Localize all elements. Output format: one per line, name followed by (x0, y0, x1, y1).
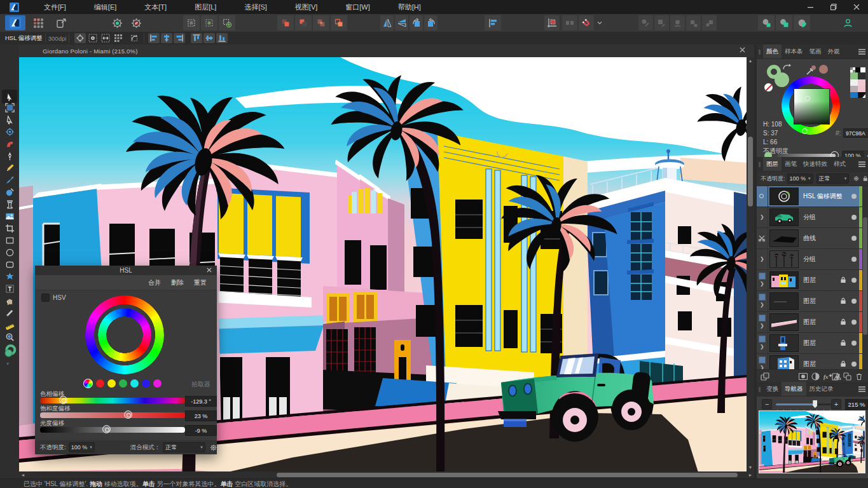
layer-thumbnail[interactable] (770, 209, 798, 226)
menu-item-view[interactable]: 视图[V] (281, 0, 331, 14)
menu-item-file[interactable]: 文件[F] (30, 0, 80, 14)
insert-below-icon[interactable] (686, 15, 701, 30)
menu-item-select[interactable]: 选择[S] (230, 0, 280, 14)
color-selector[interactable] (2, 345, 17, 356)
designer-persona-button[interactable] (5, 15, 25, 30)
align-top-icon[interactable] (191, 33, 202, 43)
layer-checkbox[interactable] (759, 356, 766, 363)
vertical-scrollbar[interactable]: ▲ ▼ (747, 57, 754, 471)
transparency-tool[interactable] (2, 198, 17, 210)
layer-visibility-dot[interactable] (851, 341, 857, 346)
layer-lock-icon[interactable] (840, 360, 846, 367)
layer-name[interactable]: 图层 (803, 276, 816, 285)
scroll-up-arrow[interactable]: ▲ (747, 57, 754, 65)
insert-ontop-icon[interactable] (670, 15, 685, 30)
layers-panel-menu-icon[interactable] (855, 157, 868, 171)
layer-lock-icon[interactable] (840, 297, 846, 304)
document-close-icon[interactable] (740, 47, 745, 54)
export-persona-button[interactable] (51, 15, 71, 30)
geometry-subtract-icon[interactable] (295, 15, 312, 30)
insert-inside-icon[interactable] (654, 15, 669, 30)
layer-thumbnail[interactable] (770, 293, 798, 309)
layer-row-palms[interactable]: ❯分组 (757, 249, 862, 270)
hsl-opacity-dropdown[interactable]: 100 %▾ (69, 442, 95, 452)
menu-item-text[interactable]: 文本[T] (130, 0, 181, 14)
layer-visibility-dot[interactable] (851, 278, 857, 283)
picked-color-dot[interactable] (819, 65, 828, 74)
snapping-dropdown-chevron[interactable] (595, 15, 604, 30)
saturation-shift-slider[interactable] (40, 412, 185, 418)
layer-thumbnail[interactable] (770, 251, 798, 268)
panel-grip[interactable]: ∥ (757, 44, 763, 58)
hue-ring-cursor[interactable] (802, 128, 808, 134)
rotate-ccw-icon[interactable] (410, 15, 423, 30)
layer-row-blue-pillar[interactable]: ❯图层 (757, 333, 862, 354)
tab-styles[interactable]: 样式 (830, 157, 849, 171)
layer-checkbox[interactable] (759, 273, 766, 280)
arrange-back-icon[interactable] (758, 15, 775, 30)
menu-item-edit[interactable]: 编辑[E] (80, 0, 130, 14)
layer-target-dot[interactable] (759, 194, 764, 198)
layer-expander[interactable]: ❯ (760, 256, 764, 262)
snap-midpoints-icon[interactable] (201, 15, 217, 30)
layer-visibility-dot[interactable] (851, 236, 857, 241)
navigator-panel-menu-icon[interactable] (855, 382, 868, 396)
layer-expander[interactable]: ❯ (760, 323, 764, 329)
layer-lock-icon[interactable] (840, 276, 846, 283)
hsl-swatch-master[interactable] (83, 379, 93, 388)
hsl-dialog[interactable]: HSL 合并 删除 重置 HSV 拾取器 色相偏移 -129.3 ° (35, 266, 217, 454)
hsl-hue-wheel-shifted[interactable] (98, 308, 151, 362)
saturation-cursor[interactable] (805, 96, 810, 101)
add-layer-icon[interactable] (832, 372, 840, 381)
luminosity-shift-value[interactable]: -9 % (185, 425, 217, 436)
layer-visibility-dot[interactable] (851, 320, 857, 325)
tab-navigator[interactable]: 导航器 (782, 382, 806, 396)
snapping-disabled-icon[interactable] (562, 15, 577, 30)
color-panel-menu-icon[interactable] (855, 44, 868, 58)
luminosity-shift-slider[interactable] (40, 427, 185, 433)
layer-row-jeep[interactable]: ❯分组 (757, 207, 862, 228)
layer-row-dark[interactable]: ❯图层 (757, 291, 862, 312)
layer-lock-icon[interactable] (840, 339, 846, 346)
layer-visibility-dot[interactable] (851, 257, 857, 262)
saturation-shift-knob[interactable] (124, 410, 132, 419)
insert-behind-icon[interactable] (638, 15, 653, 30)
ellipse-tool[interactable] (2, 247, 17, 258)
layer-row-buildings[interactable]: ❯图层 (757, 270, 862, 291)
order-align-icon[interactable] (485, 15, 501, 30)
hsl-blend-dropdown[interactable]: 正常▾ (163, 442, 205, 452)
adjustment-layer-icon[interactable] (811, 372, 820, 381)
corner-tool[interactable] (2, 138, 17, 149)
layer-thumbnail[interactable] (770, 314, 798, 330)
layer-visibility-dot[interactable] (851, 299, 857, 304)
layer-name[interactable]: 图层 (803, 297, 816, 306)
layer-name[interactable]: 分组 (803, 255, 816, 264)
close-button[interactable] (845, 0, 868, 14)
saturation-shift-value[interactable]: 23 % (185, 410, 217, 421)
maximize-button[interactable] (822, 0, 845, 14)
layers-scroll-thumb[interactable] (863, 217, 867, 335)
layer-expander[interactable]: ❯ (760, 281, 764, 287)
blend-mode-dropdown[interactable]: 正常▾ (816, 173, 850, 184)
layer-thumbnail[interactable] (770, 272, 798, 288)
horizontal-scrollbar[interactable]: ◄ ► (19, 471, 754, 478)
layer-expander[interactable]: ❯ (760, 214, 764, 220)
layer-checkbox[interactable] (759, 294, 766, 301)
hide-selection-icon[interactable] (87, 33, 99, 43)
layer-thumbnail[interactable] (770, 335, 798, 351)
tools-overflow-chevron[interactable]: ˅ (6, 362, 9, 366)
snapping-grid-icon[interactable] (544, 15, 560, 30)
rotate-selection-icon[interactable] (128, 33, 140, 43)
panel-grip[interactable]: ∥ (757, 157, 763, 171)
shape-tool[interactable] (2, 271, 17, 282)
rotate-cw-icon[interactable] (424, 15, 437, 30)
layer-name[interactable]: 分组 (803, 213, 816, 222)
account-person-icon[interactable] (838, 15, 857, 30)
transform-origin-icon[interactable] (74, 33, 86, 43)
color-picker-icon[interactable] (805, 64, 818, 76)
hsl-swatch-red[interactable] (96, 379, 104, 388)
align-bottom-icon[interactable] (216, 33, 228, 43)
zoom-slider-knob[interactable] (813, 400, 817, 408)
layer-name[interactable]: 图层 (803, 339, 816, 348)
knife-tool[interactable] (2, 307, 17, 318)
